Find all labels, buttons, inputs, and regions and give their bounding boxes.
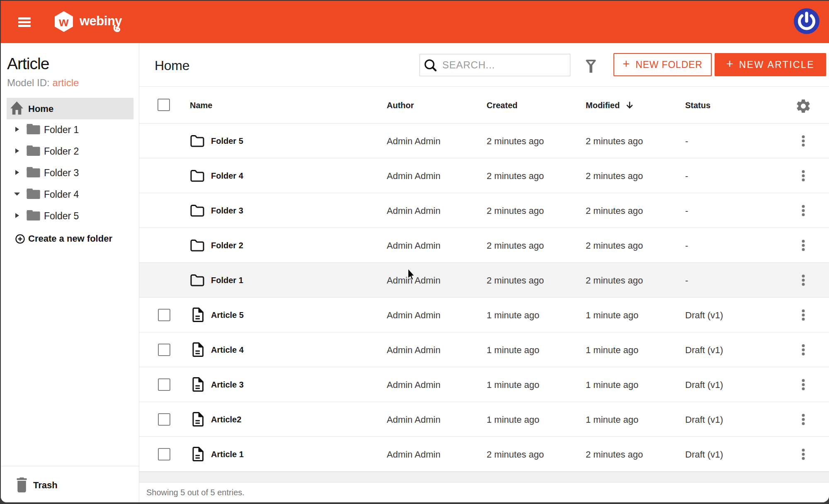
svg-text:w: w — [58, 15, 69, 29]
